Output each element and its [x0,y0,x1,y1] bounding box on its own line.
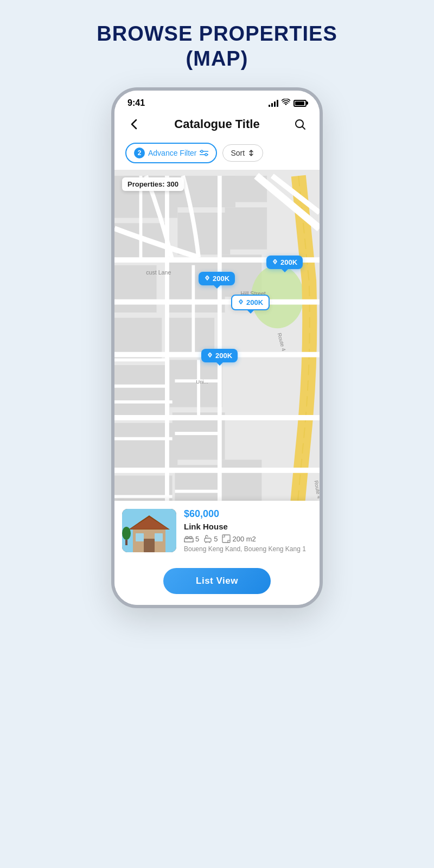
filter-bar: 2 Advance Filter Sort [114,139,320,170]
svg-line-72 [209,542,210,543]
svg-rect-27 [220,460,262,507]
svg-rect-17 [177,213,230,255]
price-marker-3[interactable]: 200K [231,295,270,310]
signal-icon [269,99,278,107]
status-icons [269,99,307,107]
property-name: Link House [184,522,312,531]
svg-rect-70 [205,538,211,542]
page-title: BROWSE PROPERTIES (MAP) [97,22,337,71]
svg-point-63 [122,527,131,540]
svg-rect-67 [189,537,192,539]
status-bar: 9:41 [114,91,320,111]
area-size: 200 m2 [232,535,256,543]
marker-price-4: 200K [215,352,232,360]
property-features: 5 5 [184,534,312,543]
list-view-section: List View [114,560,320,605]
property-location: Boueng Keng Kand, Boueng Keng Kang 1 [184,545,312,553]
svg-text:Uni...: Uni... [196,379,208,385]
svg-point-1 [201,150,203,152]
property-card[interactable]: $60,000 Link House 5 [114,501,320,560]
sort-button[interactable]: Sort [222,144,263,162]
advance-filter-button[interactable]: 2 Advance Filter [125,143,217,163]
sort-label: Sort [231,149,245,157]
svg-rect-60 [136,533,144,541]
back-button[interactable] [125,116,143,133]
svg-rect-73 [222,535,230,542]
price-marker-2[interactable]: 200K [266,256,303,269]
svg-rect-62 [144,539,155,552]
bathroom-feature: 5 [203,534,218,543]
svg-rect-66 [186,537,188,539]
filter-label: Advance Filter [148,149,196,157]
map-area[interactable]: cust Lane Hill Street Front Street Route… [114,170,320,560]
bedroom-count: 5 [195,535,199,543]
wifi-icon [282,99,290,107]
property-image [122,509,176,552]
properties-badge: Properties: 300 [122,177,184,191]
property-info: $60,000 Link House 5 [184,508,312,553]
area-feature: 200 m2 [222,534,256,543]
battery-icon [293,100,307,107]
search-button[interactable] [291,116,309,133]
bathroom-count: 5 [214,535,218,543]
svg-point-2 [205,154,207,156]
property-price: $60,000 [184,508,312,520]
marker-price-1: 200K [213,275,229,283]
phone-frame: 9:41 [111,87,323,608]
svg-rect-25 [225,207,267,250]
svg-rect-61 [155,533,163,541]
app-header: Catalogue Title [114,111,320,139]
svg-rect-64 [125,540,127,545]
list-view-button[interactable]: List View [163,568,271,594]
status-time: 9:41 [127,98,145,108]
svg-rect-12 [114,365,167,418]
bedroom-feature: 5 [184,535,199,543]
price-marker-1[interactable]: 200K [199,272,235,285]
svg-text:cust Lane: cust Lane [146,269,171,276]
svg-line-71 [206,542,206,543]
marker-price-3: 200K [246,298,263,307]
price-marker-4[interactable]: 200K [201,349,238,362]
marker-price-2: 200K [280,258,297,266]
catalogue-title: Catalogue Title [174,117,259,131]
filter-badge: 2 [134,148,145,158]
